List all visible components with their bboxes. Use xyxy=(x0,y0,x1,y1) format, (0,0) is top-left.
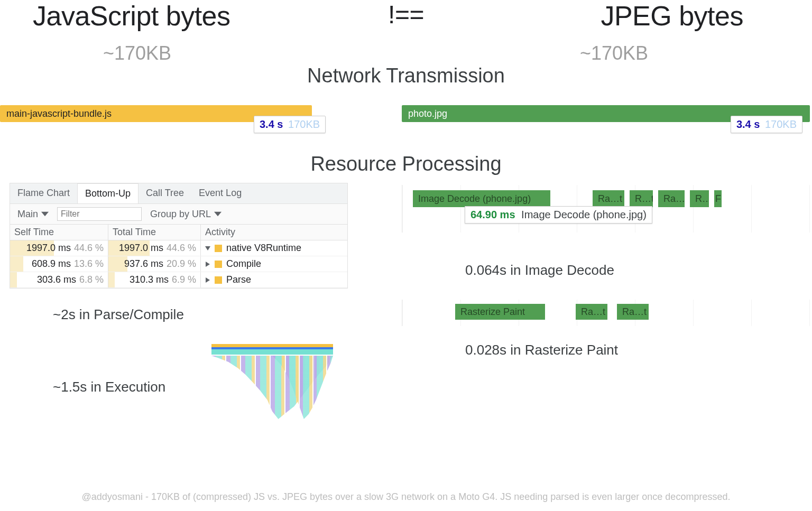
thread-dropdown-value: Main xyxy=(17,209,38,220)
tooltip-label: Image Decode (phone.jpg) xyxy=(521,209,647,220)
table-row[interactable]: 303.6 ms6.8 %310.3 ms6.9 %Parse xyxy=(10,272,347,288)
flame-chart-thumbnail xyxy=(211,344,333,429)
section-processing: Resource Processing xyxy=(0,153,812,175)
expand-toggle-icon[interactable] xyxy=(206,262,210,267)
expand-toggle-icon[interactable] xyxy=(206,277,210,283)
thread-dropdown[interactable]: Main xyxy=(14,208,52,221)
col-total-time: Total Time xyxy=(108,225,200,240)
expand-toggle-icon[interactable] xyxy=(205,246,210,250)
chevron-down-icon xyxy=(214,210,222,218)
segment-rasterize-paint: Ra…t xyxy=(576,304,607,320)
table-row[interactable]: 1997.0 ms44.6 %1997.0 ms44.6 %native V8R… xyxy=(10,240,347,256)
rasterize-timeline: Rasterize Paint Ra…t Ra…t xyxy=(402,300,812,326)
tooltip-duration: 64.90 ms xyxy=(470,209,515,220)
img-decode-metric: 0.064s in Image Decode xyxy=(465,262,812,278)
devtools-panel: Flame Chart Bottom-Up Call Tree Event Lo… xyxy=(10,183,348,289)
tab-call-tree[interactable]: Call Tree xyxy=(139,183,191,203)
network-img-size: 170KB xyxy=(765,118,797,130)
activity-color-swatch xyxy=(215,276,222,284)
jpeg-size-label: ~170KB xyxy=(580,42,648,64)
tab-event-log[interactable]: Event Log xyxy=(191,183,249,203)
segment-rasterize-paint: Ra…t xyxy=(617,304,649,320)
group-dropdown[interactable]: Group by URL xyxy=(147,208,225,221)
js-parse-compile-metric: ~2s in Parse/Compile xyxy=(53,306,349,323)
activity-color-swatch xyxy=(215,245,222,252)
network-js-time: 3.4 s xyxy=(260,118,283,130)
tab-flame-chart[interactable]: Flame Chart xyxy=(10,183,77,203)
segment-raster: F xyxy=(714,190,722,207)
table-row[interactable]: 608.9 ms13.6 %937.6 ms20.9 %Compile xyxy=(10,256,347,272)
chevron-down-icon xyxy=(41,210,49,218)
network-img-time: 3.4 s xyxy=(736,118,760,130)
filter-input[interactable] xyxy=(57,207,142,221)
segment-rasterize-paint: Rasterize Paint xyxy=(455,304,545,320)
network-js-size: 170KB xyxy=(288,118,320,130)
network-badge-img: 3.4 s 170KB xyxy=(731,116,802,133)
network-badge-js: 3.4 s 170KB xyxy=(254,116,326,133)
segment-raster: Ra…t xyxy=(593,190,624,207)
timeline-tooltip: 64.90 ms Image Decode (phone.jpg) xyxy=(465,206,652,224)
activity-name: Compile xyxy=(226,258,261,270)
headline-jpeg: JPEG bytes xyxy=(601,0,743,32)
tab-bottom-up[interactable]: Bottom-Up xyxy=(77,183,139,203)
activity-color-swatch xyxy=(215,261,222,268)
headline-js: JavaScript bytes xyxy=(33,0,230,32)
img-raster-metric: 0.028s in Rasterize Paint xyxy=(465,342,812,358)
col-activity: Activity xyxy=(200,225,347,240)
devtools-tabs: Flame Chart Bottom-Up Call Tree Event Lo… xyxy=(10,183,347,203)
activity-name: Parse xyxy=(226,274,251,285)
activity-name: native V8Runtime xyxy=(226,243,301,254)
network-img-filename: photo.jpg xyxy=(408,108,447,119)
js-size-label: ~170KB xyxy=(103,42,171,64)
headline-neq: !== xyxy=(388,0,424,29)
image-decode-timeline: Image Decode (phone.jpg) Ra…t R…t Ra…t R… xyxy=(402,185,812,233)
segment-raster: R…t xyxy=(630,190,653,207)
segment-raster: Ra…t xyxy=(658,190,685,207)
footer-attribution: @addyosmani - 170KB of (compressed) JS v… xyxy=(0,491,812,503)
network-js-filename: main-javascript-bundle.js xyxy=(6,108,112,119)
group-dropdown-value: Group by URL xyxy=(150,209,211,220)
js-execution-metric: ~1.5s in Execution xyxy=(53,379,211,395)
segment-image-decode: Image Decode (phone.jpg) xyxy=(413,190,550,207)
col-self-time: Self Time xyxy=(10,225,108,240)
segment-raster: R… xyxy=(690,190,709,207)
